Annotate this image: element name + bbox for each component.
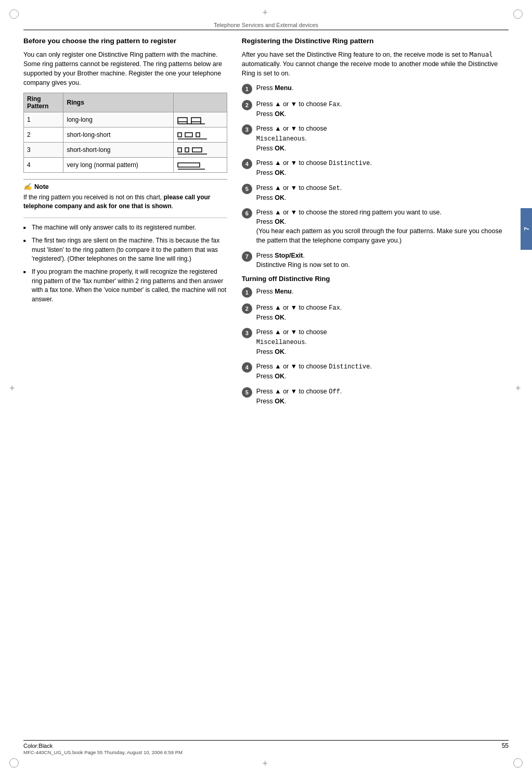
list-item: The machine will only answer calls to it… xyxy=(23,223,227,232)
step-content: Press ▲ or ▼ to choose Off.Press OK. xyxy=(256,387,509,406)
corner-mark-tr xyxy=(513,9,523,19)
step-number: 3 xyxy=(242,328,252,338)
step-item: 5 Press ▲ or ▼ to choose Off.Press OK. xyxy=(242,387,509,406)
step-number: 6 xyxy=(242,208,252,219)
svg-rect-13 xyxy=(192,148,202,152)
note-body: If the ring pattern you received is not … xyxy=(23,193,227,211)
pattern-diagram xyxy=(174,128,227,143)
step-item: 1 Press Menu. xyxy=(242,287,509,298)
right-column: Registering the Distinctive Ring pattern… xyxy=(242,31,509,743)
chapter-tab: 7 xyxy=(521,208,532,250)
list-item: The first two rings are silent on the ma… xyxy=(23,236,227,263)
step-item: 7 Press Stop/Exit.Distinctive Ring is no… xyxy=(242,251,509,270)
step-number: 1 xyxy=(242,84,252,94)
svg-rect-15 xyxy=(178,163,200,167)
svg-rect-9 xyxy=(196,133,200,137)
step-content: Press ▲ or ▼ to chooseMiscellaneous.Pres… xyxy=(256,124,509,153)
right-section1-heading: Registering the Distinctive Ring pattern xyxy=(242,36,509,46)
crosshair-left xyxy=(9,385,17,392)
crosshair-bottom xyxy=(263,760,270,768)
step-number: 2 xyxy=(242,100,252,110)
step-item: 4 Press ▲ or ▼ to choose Distinctive.Pre… xyxy=(242,158,509,178)
step-content: Press ▲ or ▼ to choose Fax.Press OK. xyxy=(256,99,509,119)
pattern-num: 2 xyxy=(24,128,63,143)
svg-rect-1 xyxy=(191,118,201,122)
step-content: Press ▲ or ▼ to choose Fax.Press OK. xyxy=(256,303,509,323)
step-item: 2 Press ▲ or ▼ to choose Fax.Press OK. xyxy=(242,303,509,323)
step-content: Press ▲ or ▼ to choose Set.Press OK. xyxy=(256,183,509,203)
step-number: 5 xyxy=(242,387,252,398)
tab-number: 7 xyxy=(523,227,530,231)
svg-rect-11 xyxy=(178,148,181,152)
step-number: 7 xyxy=(242,251,252,262)
note-title: ✍ Note xyxy=(23,183,227,190)
page-header: Telephone Services and External devices xyxy=(23,22,509,30)
corner-mark-tl xyxy=(9,9,19,19)
step-item: 6 Press ▲ or ▼ to choose the stored ring… xyxy=(242,208,509,246)
corner-mark-bl xyxy=(9,758,19,768)
table-header-pattern: RingPattern xyxy=(24,93,63,112)
divider xyxy=(23,218,227,218)
off-steps: 1 Press Menu. 2 Press ▲ or ▼ to choose F… xyxy=(242,287,509,406)
corner-mark-br xyxy=(513,758,523,768)
left-section-heading: Before you choose the ring pattern to re… xyxy=(23,36,227,46)
step-number: 3 xyxy=(242,124,252,135)
pattern-label: very long (normal pattern) xyxy=(63,158,174,173)
ring-pattern-table: RingPattern Rings 1 long-long xyxy=(23,93,227,173)
print-info: MFC-440CN_UG_US.book Page 55 Thursday, A… xyxy=(23,749,509,755)
pattern-label: short-short-long xyxy=(63,143,174,158)
note-box: ✍ Note If the ring pattern you received … xyxy=(23,179,227,211)
step-item: 2 Press ▲ or ▼ to choose Fax.Press OK. xyxy=(242,99,509,119)
pattern-label: long-long xyxy=(63,112,174,128)
step-content: Press Stop/Exit.Distinctive Ring is now … xyxy=(256,251,509,270)
list-item: If you program the machine properly, it … xyxy=(23,268,227,304)
svg-rect-12 xyxy=(185,148,189,152)
left-section-body: You can only register one Distinctive Ri… xyxy=(23,50,227,88)
step-number: 1 xyxy=(242,287,252,298)
svg-rect-7 xyxy=(178,133,181,137)
step-item: 5 Press ▲ or ▼ to choose Set.Press OK. xyxy=(242,183,509,203)
step-item: 3 Press ▲ or ▼ to chooseMiscellaneous.Pr… xyxy=(242,327,509,356)
register-steps: 1 Press Menu. 2 Press ▲ or ▼ to choose F… xyxy=(242,83,509,270)
step-content: Press ▲ or ▼ to choose Distinctive.Press… xyxy=(256,362,509,381)
table-header-rings: Rings xyxy=(63,93,174,112)
table-row: 4 very long (normal pattern) xyxy=(24,158,227,173)
step-item: 3 Press ▲ or ▼ to chooseMiscellaneous.Pr… xyxy=(242,124,509,153)
step-number: 5 xyxy=(242,184,252,194)
bullet-list: The machine will only answer calls to it… xyxy=(23,223,227,304)
step-content: Press ▲ or ▼ to choose Distinctive.Press… xyxy=(256,158,509,178)
step-number: 2 xyxy=(242,303,252,314)
step-content: Press ▲ or ▼ to chooseMiscellaneous.Pres… xyxy=(256,327,509,356)
pattern-num: 4 xyxy=(24,158,63,173)
color-label: Color:Black xyxy=(23,743,53,749)
note-body-end: . xyxy=(172,202,173,210)
left-column: Before you choose the ring pattern to re… xyxy=(23,31,227,743)
table-row: 2 short-long-short xyxy=(24,128,227,143)
table-header-diagram xyxy=(174,93,227,112)
step-content: Press ▲ or ▼ to choose the stored ring p… xyxy=(256,208,509,246)
step-item: 4 Press ▲ or ▼ to choose Distinctive.Pre… xyxy=(242,362,509,381)
pattern-diagram xyxy=(174,158,227,173)
crosshair-top xyxy=(263,9,270,17)
right-section2-heading: Turning off Distinctive Ring xyxy=(242,275,509,283)
note-title-text: Note xyxy=(34,183,49,190)
table-row: 3 short-short-long xyxy=(24,143,227,158)
pattern-num: 1 xyxy=(24,112,63,128)
pattern-label: short-long-short xyxy=(63,128,174,143)
main-content: Before you choose the ring pattern to re… xyxy=(23,31,509,743)
crosshair-right xyxy=(515,385,523,392)
svg-rect-8 xyxy=(185,133,192,137)
header-text: Telephone Services and External devices xyxy=(214,22,318,28)
pattern-diagram xyxy=(174,112,227,128)
step-item: 1 Press Menu. xyxy=(242,83,509,94)
table-row: 1 long-long xyxy=(24,112,227,128)
note-body-text: If the ring pattern you received is not … xyxy=(23,194,163,201)
step-content: Press Menu. xyxy=(256,287,509,296)
page-number: 55 xyxy=(502,742,509,749)
pattern-diagram xyxy=(174,143,227,158)
pattern-num: 3 xyxy=(24,143,63,158)
note-icon: ✍ xyxy=(23,183,32,190)
svg-rect-0 xyxy=(178,118,187,122)
step-number: 4 xyxy=(242,159,252,169)
right-section1-body: After you have set the Distinctive Ring … xyxy=(242,50,509,78)
